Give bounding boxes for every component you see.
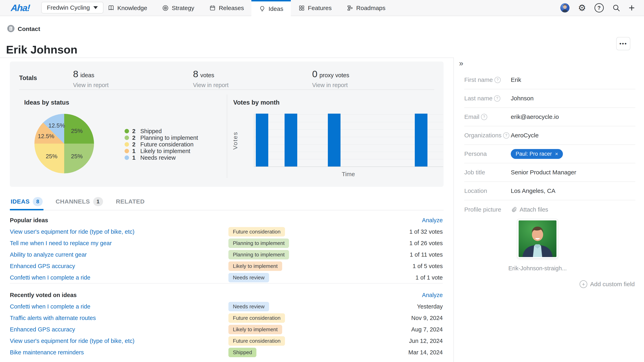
- bar-chart-ylabel: Votes: [232, 128, 239, 153]
- total-unit: votes: [200, 72, 214, 78]
- help-icon[interactable]: ?: [494, 77, 501, 83]
- idea-link[interactable]: Bike maintenance reminders: [10, 349, 228, 356]
- nav-item-knowledge[interactable]: Knowledge: [100, 0, 154, 16]
- total-value: 8: [193, 69, 198, 79]
- idea-link[interactable]: Confetti when I complete a ride: [10, 274, 228, 281]
- field-value[interactable]: Erik: [511, 76, 521, 83]
- tab-label: IDEAS: [11, 198, 30, 205]
- analyze-link[interactable]: Analyze: [422, 217, 443, 224]
- pie-slice-label: 12.5%: [38, 133, 54, 139]
- field-value[interactable]: Johnson: [511, 95, 534, 102]
- status-badge: Planning to implement: [228, 239, 289, 248]
- legend-item: 2 Future consideration: [124, 142, 198, 147]
- idea-row: View user's equipment for ride (type of …: [10, 335, 443, 347]
- nav-item-ideas[interactable]: Ideas: [251, 0, 290, 16]
- status-badge: Likely to implement: [228, 325, 282, 334]
- idea-link[interactable]: Ability to analyze current gear: [10, 251, 228, 258]
- workspace-switcher[interactable]: Fredwin Cycling: [41, 2, 104, 13]
- vote-count: 1 of 26 votes: [353, 240, 443, 247]
- field-row-location: LocationLos Angeles, CA: [464, 182, 635, 200]
- total-proxy-votes: 0proxy votesView in report: [312, 68, 349, 88]
- nav-item-label: Ideas: [268, 5, 283, 12]
- idea-link[interactable]: View user's equipment for ride (type of …: [10, 228, 228, 235]
- idea-link[interactable]: Confetti when I complete a ride: [10, 303, 228, 310]
- pie-legend: 2 Shipped2 Planning to implement2 Future…: [124, 129, 198, 160]
- tab-related[interactable]: RELATED: [115, 193, 146, 210]
- legend-count: 2: [132, 135, 136, 141]
- attach-files-button[interactable]: Attach files: [511, 206, 548, 213]
- bar-chart-title: Votes by month: [233, 99, 280, 106]
- idea-link[interactable]: Traffic alerts with alternate routes: [10, 315, 228, 321]
- more-options-button[interactable]: •••: [616, 37, 630, 50]
- field-value[interactable]: Senior Product Manager: [511, 169, 576, 176]
- legend-label: Needs review: [139, 154, 176, 161]
- status-badge: Future consideration: [228, 227, 285, 237]
- add-custom-field-button[interactable]: + Add custom field: [580, 280, 635, 288]
- nav-item-label: Features: [308, 5, 332, 11]
- field-row-profile-picture: Profile pictureAttach files: [464, 200, 635, 219]
- vote-bar: [256, 114, 268, 167]
- vote-date: Nov 9, 2024: [353, 315, 443, 321]
- persona-chip[interactable]: Paul: Pro racer×: [511, 149, 563, 159]
- view-in-report-link[interactable]: View in report: [312, 82, 349, 88]
- lightbulb-icon: [259, 5, 266, 12]
- remove-icon[interactable]: ×: [555, 151, 558, 157]
- idea-link[interactable]: Enhanced GPS accuracy: [10, 263, 228, 270]
- idea-link[interactable]: Tell me when I need to replace my gear: [10, 240, 228, 247]
- legend-dot: [124, 136, 129, 140]
- help-icon[interactable]: ?: [503, 132, 509, 139]
- help-icon[interactable]: ?: [481, 114, 487, 120]
- add-icon[interactable]: +: [629, 2, 635, 13]
- status-cell: Shipped: [228, 348, 353, 357]
- legend-count: 1: [132, 154, 136, 161]
- help-icon[interactable]: ?: [594, 3, 604, 12]
- field-label-text: Email: [464, 113, 480, 120]
- status-cell: Future consideration: [228, 336, 353, 346]
- nav-item-strategy[interactable]: Strategy: [154, 0, 202, 16]
- aha-logo[interactable]: Aha!: [10, 2, 30, 13]
- tab-label: CHANNELS: [56, 198, 90, 205]
- tab-channels[interactable]: CHANNELS1: [55, 193, 104, 210]
- field-value[interactable]: AeroCycle: [511, 132, 538, 139]
- pie-slice-label: 25%: [71, 128, 83, 134]
- divider: [19, 89, 434, 90]
- field-value[interactable]: Los Angeles, CA: [511, 187, 556, 194]
- total-value: 8: [73, 69, 78, 79]
- view-in-report-link[interactable]: View in report: [193, 82, 228, 88]
- field-row-job-title: Job titleSenior Product Manager: [464, 163, 635, 182]
- settings-gear-icon[interactable]: ⚙: [578, 3, 586, 12]
- totals-and-charts-card: Totals 8ideasView in report8votesView in…: [10, 61, 444, 187]
- idea-row: Confetti when I complete a rideNeeds rev…: [10, 301, 443, 312]
- popular-ideas-section: Popular ideasAnalyzeView user's equipmen…: [10, 214, 443, 283]
- help-icon[interactable]: ?: [494, 95, 500, 102]
- pie-slice-label: 12.5%: [48, 122, 65, 129]
- breadcrumb: Contact: [7, 25, 40, 33]
- idea-link[interactable]: Enhanced GPS accuracy: [10, 326, 228, 333]
- legend-dot: [124, 149, 129, 153]
- idea-row: Ability to analyze current gearPlanning …: [10, 249, 443, 260]
- tab-count-badge: 8: [33, 197, 43, 206]
- view-in-report-link[interactable]: View in report: [73, 82, 109, 88]
- status-badge: Needs review: [228, 302, 269, 311]
- idea-link[interactable]: View user's equipment for ride (type of …: [10, 338, 228, 344]
- legend-label: Likely to implement: [139, 148, 190, 154]
- nav-item-label: Releases: [219, 5, 244, 11]
- ideas-by-status-pie: 25%25%25%12.5%12.5%: [34, 114, 94, 173]
- analyze-link[interactable]: Analyze: [422, 292, 443, 299]
- search-icon[interactable]: [612, 4, 620, 12]
- tab-ideas[interactable]: IDEAS8: [10, 193, 44, 210]
- total-unit: ideas: [80, 72, 94, 78]
- bar-chart-xlabel: Time: [254, 171, 443, 178]
- nav-item-label: Strategy: [172, 5, 194, 11]
- user-avatar[interactable]: [560, 3, 570, 12]
- field-label: First name?: [464, 76, 511, 83]
- idea-row: Enhanced GPS accuracyLikely to implement…: [10, 260, 443, 272]
- nav-item-features[interactable]: Features: [291, 0, 339, 16]
- collapse-sidebar-icon[interactable]: »: [459, 59, 463, 68]
- field-value[interactable]: erik@aerocycle.io: [511, 113, 559, 120]
- vote-bar: [284, 114, 297, 167]
- nav-item-roadmaps[interactable]: Roadmaps: [339, 0, 393, 16]
- field-label-text: Persona: [464, 150, 487, 157]
- nav-item-releases[interactable]: Releases: [202, 0, 251, 16]
- profile-picture-thumbnail[interactable]: [517, 219, 558, 259]
